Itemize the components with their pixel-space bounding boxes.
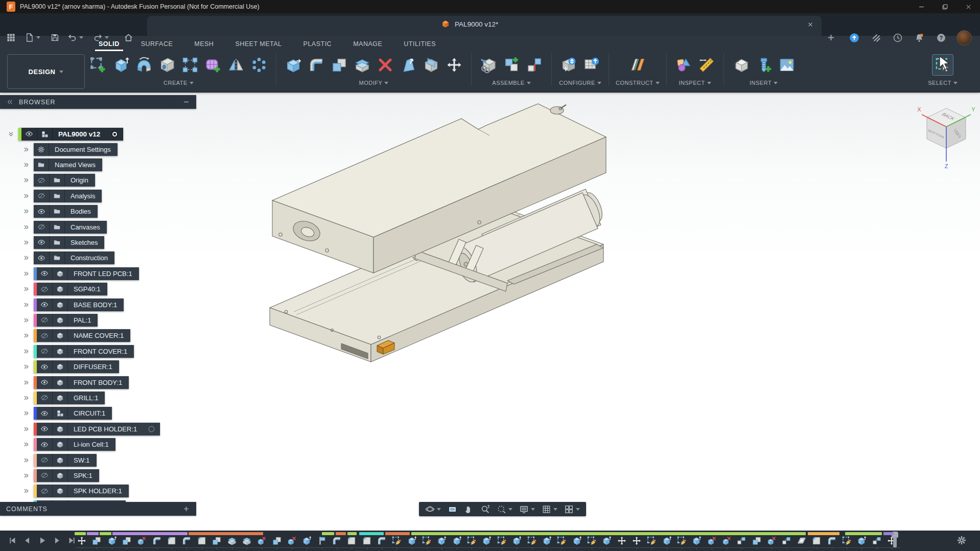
new-component-button[interactable] bbox=[501, 55, 522, 75]
visibility-toggle[interactable] bbox=[37, 267, 53, 280]
ribbon-group-label[interactable]: INSERT bbox=[750, 80, 778, 86]
revolve-button[interactable] bbox=[134, 55, 154, 75]
timeline-feature-extrude[interactable] bbox=[481, 535, 492, 546]
timeline-feature-copy[interactable] bbox=[736, 535, 747, 546]
tree-row[interactable]: NAME COVER:1 bbox=[22, 329, 130, 342]
timeline-feature-suppress[interactable] bbox=[286, 535, 297, 546]
tree-row[interactable]: SPK HOLDER:1 bbox=[22, 485, 129, 498]
timeline-feature-extrude[interactable] bbox=[856, 535, 867, 546]
expand-chevron-icon[interactable] bbox=[22, 270, 30, 278]
redo-button[interactable] bbox=[93, 33, 109, 42]
bell-button[interactable] bbox=[914, 33, 924, 43]
home-button[interactable] bbox=[124, 33, 133, 42]
look-at-button[interactable] bbox=[448, 504, 457, 514]
timeline-feature-shell[interactable] bbox=[226, 535, 238, 546]
tree-row[interactable]: Bodies bbox=[22, 205, 98, 218]
extensions-button[interactable] bbox=[871, 33, 881, 43]
tree-item-chip[interactable]: Li-ion Cell:1 bbox=[34, 438, 115, 451]
expand-chevron-icon[interactable] bbox=[22, 348, 30, 355]
visibility-toggle[interactable] bbox=[37, 469, 53, 482]
combine-button[interactable] bbox=[329, 55, 349, 75]
ribbon-group-label[interactable]: CREATE bbox=[164, 80, 194, 86]
timeline-feature-chamfer[interactable] bbox=[811, 535, 822, 546]
expand-chevron-icon[interactable] bbox=[22, 379, 30, 386]
timeline-feature-chamfer[interactable] bbox=[196, 535, 207, 546]
timeline-feature-sketch[interactable] bbox=[526, 535, 538, 546]
inspect-geometry-button[interactable] bbox=[673, 55, 694, 75]
skip-end-button[interactable] bbox=[66, 535, 77, 546]
expand-chevron-icon[interactable] bbox=[22, 223, 30, 231]
ribbon-group-label[interactable]: ASSEMBLE bbox=[492, 80, 530, 86]
timeline-feature-extrude[interactable] bbox=[451, 535, 462, 546]
timeline-feature-move[interactable] bbox=[631, 535, 642, 546]
tree-row[interactable]: SGP40:1 bbox=[22, 283, 107, 296]
tree-item-chip[interactable]: Sketches bbox=[34, 236, 104, 249]
tree-item-chip[interactable]: DIFFUSER:1 bbox=[34, 360, 119, 373]
tree-item-chip[interactable]: CIRCUIT:1 bbox=[34, 407, 112, 420]
zoom-button[interactable] bbox=[480, 504, 490, 514]
tree-item-chip[interactable]: SGP40:1 bbox=[34, 283, 107, 295]
tree-item-chip[interactable]: LED PCB HOLDER:1 bbox=[34, 423, 160, 435]
view-cube[interactable]: BACK BOTTOM LEFT X Y Z bbox=[915, 97, 978, 174]
timeline-feature-sketch[interactable] bbox=[496, 535, 507, 546]
save-button[interactable] bbox=[50, 33, 60, 42]
timeline-feature-sketch[interactable] bbox=[841, 535, 852, 546]
tree-item-chip[interactable]: BASE BODY:1 bbox=[34, 299, 124, 311]
timeline-feature-chamfer[interactable] bbox=[166, 535, 177, 546]
timeline-feature-combine[interactable] bbox=[211, 535, 222, 546]
ribbon-tab-surface[interactable]: SURFACE bbox=[130, 40, 184, 51]
expand-chevron-icon[interactable] bbox=[22, 254, 30, 262]
tree-item-chip[interactable]: Origin bbox=[34, 174, 95, 187]
timeline-feature-copy[interactable] bbox=[871, 535, 882, 546]
pan-button[interactable] bbox=[464, 504, 474, 514]
tree-row[interactable]: FRONT COVER:1 bbox=[22, 345, 134, 358]
pattern-button[interactable] bbox=[180, 55, 200, 75]
timeline-feature-copy[interactable] bbox=[781, 535, 792, 546]
press-pull-button[interactable] bbox=[283, 55, 304, 75]
restore-button[interactable] bbox=[933, 0, 956, 13]
tree-item-chip[interactable]: Document Settings bbox=[34, 143, 118, 156]
timeline-feature-suppress[interactable] bbox=[721, 535, 732, 546]
activate-component-radio[interactable] bbox=[144, 423, 160, 435]
timeline-feature-chamfer[interactable] bbox=[346, 535, 357, 546]
tree-item-chip[interactable]: Bodies bbox=[34, 205, 98, 218]
expand-chevron-icon[interactable] bbox=[22, 425, 30, 433]
timeline-feature-move[interactable] bbox=[616, 535, 627, 546]
ribbon-group-label[interactable]: CONSTRUCT bbox=[616, 80, 660, 86]
insert-mesh-button[interactable] bbox=[731, 55, 751, 75]
expand-chevron-icon[interactable] bbox=[22, 394, 30, 402]
expand-chevron-icon[interactable] bbox=[22, 316, 30, 324]
tree-row[interactable]: Origin bbox=[22, 174, 95, 187]
tree-item-chip[interactable]: SPK:1 bbox=[34, 469, 99, 482]
joint-button[interactable] bbox=[524, 55, 545, 75]
create-sketch-button[interactable] bbox=[88, 55, 108, 75]
ribbon-group-label[interactable]: INSPECT bbox=[679, 80, 711, 86]
create-form-button[interactable] bbox=[203, 55, 223, 75]
visibility-toggle[interactable] bbox=[34, 221, 50, 234]
expand-chevron-icon[interactable] bbox=[22, 363, 30, 371]
activate-component-radio[interactable] bbox=[107, 128, 123, 141]
timeline-feature-combine[interactable] bbox=[91, 535, 102, 546]
timeline-feature-fillet[interactable] bbox=[826, 535, 837, 546]
hole-button[interactable] bbox=[157, 55, 177, 75]
timeline-feature-chamfer[interactable] bbox=[361, 535, 372, 546]
upload-circle-button[interactable] bbox=[849, 33, 859, 43]
tree-row[interactable]: FRONT LED PCB:1 bbox=[22, 267, 139, 280]
tree-item-chip[interactable]: FRONT BODY:1 bbox=[34, 376, 129, 389]
ribbon-tab-sheet-metal[interactable]: SHEET METAL bbox=[224, 40, 292, 51]
add-comment-icon[interactable] bbox=[182, 505, 190, 513]
visibility-toggle[interactable] bbox=[37, 407, 53, 420]
expand-chevron-icon[interactable] bbox=[22, 409, 30, 417]
tree-item-chip[interactable]: NAME COVER:1 bbox=[34, 329, 130, 342]
tree-item-chip[interactable]: SW:1 bbox=[34, 454, 97, 467]
timeline-feature-shell[interactable] bbox=[241, 535, 252, 546]
expand-chevron-icon[interactable] bbox=[22, 146, 30, 153]
tree-row[interactable]: BASE BODY:1 bbox=[22, 298, 124, 311]
orbit-button[interactable] bbox=[425, 504, 441, 514]
circular-pattern-button[interactable] bbox=[249, 55, 269, 75]
timeline-feature-combine[interactable] bbox=[751, 535, 762, 546]
expand-chevron-icon[interactable] bbox=[22, 332, 30, 339]
tree-item-chip[interactable]: Analysis bbox=[34, 190, 102, 202]
split-body-button[interactable] bbox=[421, 55, 441, 75]
visibility-toggle[interactable] bbox=[37, 299, 53, 311]
